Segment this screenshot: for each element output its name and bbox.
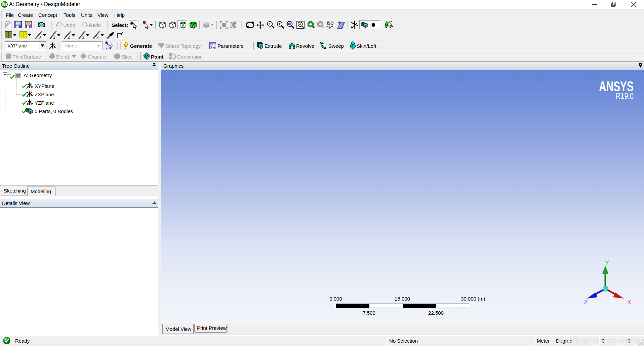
svg-text:X: X	[627, 299, 632, 306]
svg-text:3: 3	[82, 35, 84, 39]
svg-text:P: P	[210, 46, 212, 49]
svg-text:R19.0: R19.0	[616, 91, 634, 101]
svg-text:P: P	[212, 43, 214, 46]
svg-text:2: 2	[68, 35, 70, 39]
svg-text:Y: Y	[605, 259, 609, 266]
svg-text:0: 0	[39, 35, 41, 39]
svg-text:DM: DM	[2, 3, 7, 6]
svg-text:1: 1	[53, 35, 55, 39]
svg-text:x: x	[96, 35, 98, 39]
svg-text:Z: Z	[584, 299, 588, 306]
svg-text:ISO: ISO	[327, 21, 334, 26]
